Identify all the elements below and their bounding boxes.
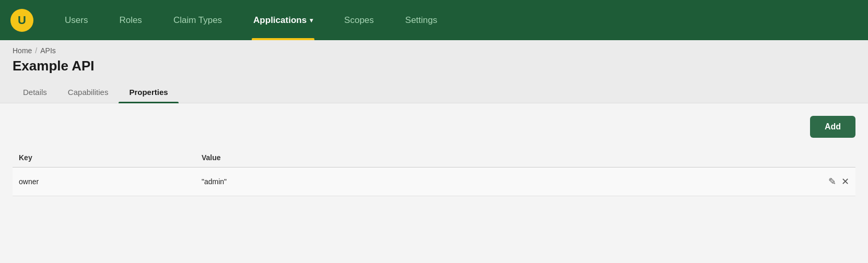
tab-properties[interactable]: Properties <box>119 81 178 103</box>
nav-items: Users Roles Claim Types Applications ▾ S… <box>49 0 453 40</box>
cell-actions: ✎ ✕ <box>814 168 855 196</box>
toolbar-row: Add <box>13 116 855 138</box>
cell-value: "admin" <box>195 168 814 196</box>
nav-item-settings[interactable]: Settings <box>390 0 453 40</box>
tab-capabilities[interactable]: Capabilities <box>57 81 119 103</box>
nav-item-roles[interactable]: Roles <box>103 0 157 40</box>
properties-table: Key Value owner "admin" ✎ ✕ <box>13 148 855 196</box>
breadcrumb: Home / APIs <box>13 46 855 55</box>
add-button[interactable]: Add <box>810 116 855 138</box>
breadcrumb-separator: / <box>35 46 37 55</box>
page-title: Example API <box>13 58 855 81</box>
nav-item-claim-types[interactable]: Claim Types <box>158 0 238 40</box>
column-value: Value <box>195 148 814 168</box>
edit-icon[interactable]: ✎ <box>828 176 836 187</box>
breadcrumb-current: APIs <box>40 46 56 55</box>
applications-dropdown-arrow: ▾ <box>310 17 313 24</box>
breadcrumb-home[interactable]: Home <box>13 46 32 55</box>
table-header: Key Value <box>13 148 855 168</box>
cell-key: owner <box>13 168 195 196</box>
table-body: owner "admin" ✎ ✕ <box>13 168 855 196</box>
column-actions <box>814 148 855 168</box>
tabs-bar: Details Capabilities Properties <box>0 81 868 103</box>
top-nav: U Users Roles Claim Types Applications ▾… <box>0 0 868 40</box>
column-key: Key <box>13 148 195 168</box>
table-row: owner "admin" ✎ ✕ <box>13 168 855 196</box>
breadcrumb-area: Home / APIs Example API <box>0 40 868 81</box>
nav-item-users[interactable]: Users <box>49 0 103 40</box>
delete-icon[interactable]: ✕ <box>841 176 849 187</box>
app-logo[interactable]: U <box>10 9 33 32</box>
nav-item-scopes[interactable]: Scopes <box>329 0 390 40</box>
nav-item-applications[interactable]: Applications ▾ <box>238 0 329 40</box>
tab-details[interactable]: Details <box>13 81 57 103</box>
row-actions: ✎ ✕ <box>820 176 849 187</box>
table-header-row: Key Value <box>13 148 855 168</box>
main-content: Add Key Value owner "admin" ✎ ✕ <box>0 103 868 263</box>
